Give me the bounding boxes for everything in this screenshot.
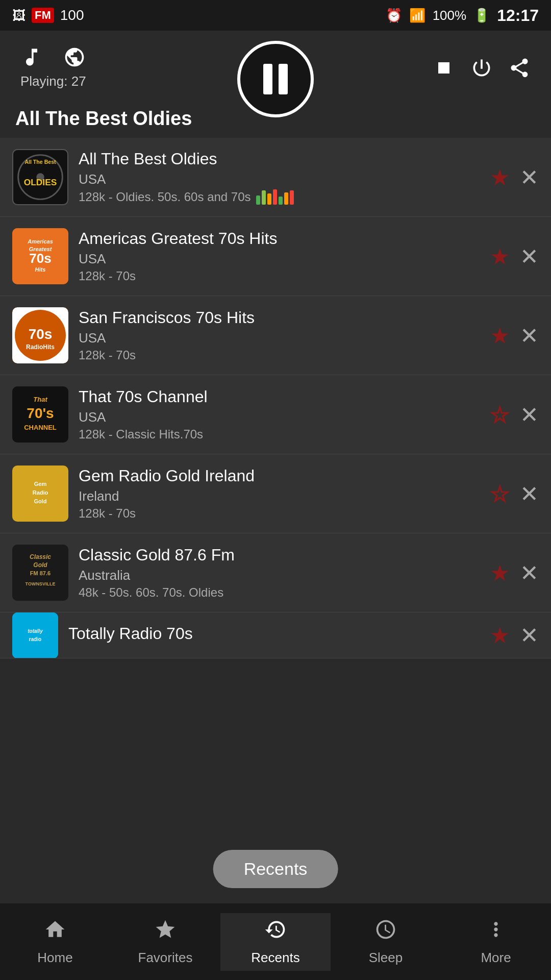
station-name: San Franciscos 70s Hits bbox=[79, 308, 480, 327]
station-logo: Americas Greatest 70s Hits bbox=[12, 228, 68, 284]
favorite-button[interactable]: ★ bbox=[490, 323, 510, 349]
svg-rect-0 bbox=[438, 62, 449, 74]
status-right: ⏰ 📶 100% 🔋 12:17 bbox=[386, 6, 539, 25]
svg-rect-29 bbox=[12, 612, 58, 658]
music-note-button[interactable] bbox=[20, 46, 43, 68]
station-item[interactable]: Gem Radio Gold Gem Radio Gold Ireland Ir… bbox=[0, 454, 551, 533]
station-info: All The Best Oldies USA 128k - Oldies. 5… bbox=[79, 150, 480, 205]
remove-button[interactable]: ✕ bbox=[520, 481, 539, 507]
station-actions: ★ ✕ bbox=[490, 622, 539, 648]
svg-text:Classic: Classic bbox=[30, 553, 51, 560]
svg-text:radio: radio bbox=[29, 636, 41, 642]
power-button[interactable] bbox=[470, 57, 493, 79]
svg-text:70's: 70's bbox=[27, 405, 54, 421]
globe-button[interactable] bbox=[63, 46, 86, 68]
remove-button[interactable]: ✕ bbox=[520, 243, 539, 270]
station-name: Classic Gold 87.6 Fm bbox=[79, 546, 480, 565]
favorite-button[interactable]: ☆ bbox=[490, 481, 510, 507]
svg-text:Americas: Americas bbox=[27, 238, 53, 244]
svg-text:Gold: Gold bbox=[33, 561, 47, 569]
status-number: 100 bbox=[60, 7, 84, 23]
station-info: Gem Radio Gold Ireland Ireland 128k - 70… bbox=[79, 467, 480, 521]
station-item[interactable]: Classic Gold FM 87.6 TOWNSVILLE Classic … bbox=[0, 533, 551, 612]
nav-more[interactable]: More bbox=[441, 913, 551, 971]
pause-button[interactable] bbox=[237, 41, 314, 117]
nav-home-label: Home bbox=[37, 950, 72, 966]
nav-recents-label: Recents bbox=[251, 950, 299, 966]
nav-recents[interactable]: Recents bbox=[220, 913, 331, 971]
nav-favorites[interactable]: Favorites bbox=[110, 913, 220, 971]
nav-sleep[interactable]: Sleep bbox=[331, 913, 441, 971]
star-nav-icon bbox=[154, 918, 177, 946]
favorite-button[interactable]: ★ bbox=[490, 243, 510, 270]
station-actions: ☆ ✕ bbox=[490, 402, 539, 428]
svg-text:RadioHits: RadioHits bbox=[26, 344, 55, 351]
station-bitrate: 48k - 50s. 60s. 70s. Oldies bbox=[79, 585, 480, 600]
svg-text:FM 87.6: FM 87.6 bbox=[30, 570, 51, 576]
svg-text:All The Best: All The Best bbox=[24, 159, 56, 165]
station-name: Totally Radio 70s bbox=[68, 624, 480, 643]
favorite-button[interactable]: ★ bbox=[490, 560, 510, 586]
remove-button[interactable]: ✕ bbox=[520, 560, 539, 586]
station-country: USA bbox=[79, 409, 480, 425]
station-actions: ★ ✕ bbox=[490, 164, 539, 190]
station-actions: ★ ✕ bbox=[490, 560, 539, 586]
station-info: Totally Radio 70s bbox=[68, 624, 480, 646]
station-info: Americas Greatest 70s Hits USA 128k - 70… bbox=[79, 229, 480, 283]
svg-text:Hits: Hits bbox=[35, 266, 46, 273]
player-left-controls: Playing: 27 bbox=[20, 46, 86, 89]
remove-button[interactable]: ✕ bbox=[520, 164, 539, 190]
status-time: 12:17 bbox=[497, 6, 539, 25]
station-item[interactable]: Americas Greatest 70s Hits Americas Grea… bbox=[0, 217, 551, 296]
station-name: All The Best Oldies bbox=[79, 150, 480, 168]
player-header: Playing: 27 bbox=[0, 31, 551, 100]
stop-button[interactable] bbox=[433, 57, 455, 79]
favorite-button[interactable]: ★ bbox=[490, 622, 510, 648]
remove-button[interactable]: ✕ bbox=[520, 323, 539, 349]
nav-home[interactable]: Home bbox=[0, 913, 110, 971]
app-icon: FM bbox=[32, 8, 54, 23]
station-bitrate: 128k - 70s bbox=[79, 269, 480, 283]
station-actions: ★ ✕ bbox=[490, 323, 539, 349]
station-logo: Classic Gold FM 87.6 TOWNSVILLE bbox=[12, 545, 68, 601]
sleep-icon bbox=[374, 918, 397, 946]
station-name: That 70s Channel bbox=[79, 387, 480, 406]
svg-text:70s: 70s bbox=[29, 251, 51, 266]
nav-sleep-label: Sleep bbox=[369, 950, 403, 966]
more-icon bbox=[485, 918, 507, 946]
svg-text:TOWNSVILLE: TOWNSVILLE bbox=[26, 581, 56, 586]
remove-button[interactable]: ✕ bbox=[520, 622, 539, 648]
station-actions: ☆ ✕ bbox=[490, 481, 539, 507]
battery-icon: 🔋 bbox=[473, 8, 490, 23]
svg-text:Gold: Gold bbox=[34, 498, 46, 504]
station-country: Ireland bbox=[79, 488, 480, 504]
station-name: Gem Radio Gold Ireland bbox=[79, 467, 480, 485]
station-bitrate: 128k - 70s bbox=[79, 506, 480, 521]
station-bitrate: 128k - Classic Hits.70s bbox=[79, 427, 480, 442]
recents-tooltip: Recents bbox=[213, 850, 338, 888]
station-logo: Gem Radio Gold bbox=[12, 465, 68, 522]
nav-more-label: More bbox=[481, 950, 511, 966]
favorite-button[interactable]: ☆ bbox=[490, 402, 510, 428]
battery-text: 100% bbox=[433, 8, 467, 23]
alarm-icon: ⏰ bbox=[386, 8, 402, 23]
station-item[interactable]: totally radio Totally Radio 70s ★ ✕ bbox=[0, 612, 551, 658]
favorite-button[interactable]: ★ bbox=[490, 164, 510, 190]
station-item[interactable]: That 70's CHANNEL That 70s Channel USA 1… bbox=[0, 375, 551, 454]
svg-text:CHANNEL: CHANNEL bbox=[24, 424, 57, 431]
svg-text:totally: totally bbox=[28, 628, 43, 634]
station-logo: All The Best OLDIES bbox=[12, 149, 68, 205]
station-item[interactable]: All The Best OLDIES All The Best Oldies … bbox=[0, 138, 551, 217]
station-name: Americas Greatest 70s Hits bbox=[79, 229, 480, 248]
station-info: San Franciscos 70s Hits USA 128k - 70s bbox=[79, 308, 480, 362]
remove-button[interactable]: ✕ bbox=[520, 402, 539, 428]
home-icon bbox=[44, 918, 66, 946]
share-button[interactable] bbox=[508, 57, 531, 79]
station-info: That 70s Channel USA 128k - Classic Hits… bbox=[79, 387, 480, 442]
station-actions: ★ ✕ bbox=[490, 243, 539, 270]
station-item[interactable]: 70s RadioHits San Franciscos 70s Hits US… bbox=[0, 296, 551, 375]
player-right-controls bbox=[433, 57, 531, 79]
station-info: Classic Gold 87.6 Fm Australia 48k - 50s… bbox=[79, 546, 480, 600]
wifi-icon: 📶 bbox=[409, 8, 425, 23]
svg-text:Radio: Radio bbox=[33, 489, 48, 496]
